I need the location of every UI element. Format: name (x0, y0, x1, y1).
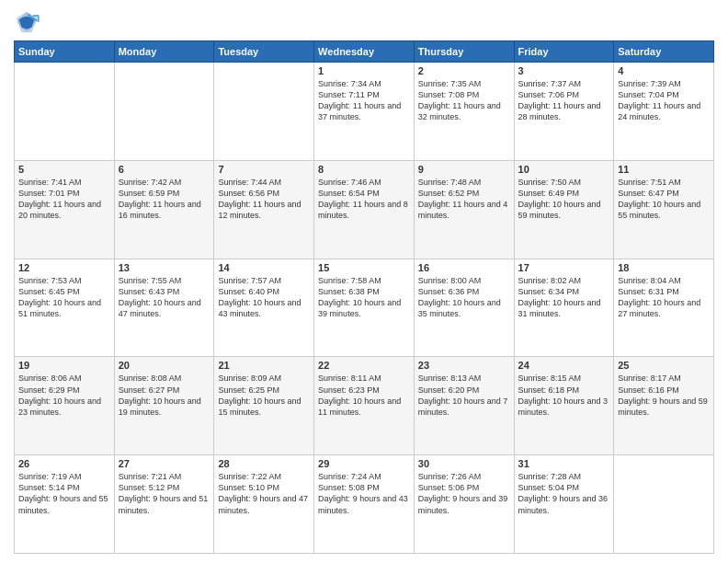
page: SundayMondayTuesdayWednesdayThursdayFrid… (0, 0, 728, 563)
day-info: Sunrise: 7:57 AM Sunset: 6:40 PM Dayligh… (218, 275, 310, 320)
calendar-cell: 4Sunrise: 7:39 AM Sunset: 7:04 PM Daylig… (614, 63, 714, 161)
day-number: 15 (318, 262, 410, 273)
calendar-cell: 5Sunrise: 7:41 AM Sunset: 7:01 PM Daylig… (15, 160, 115, 259)
day-number: 25 (618, 360, 710, 371)
calendar-cell: 9Sunrise: 7:48 AM Sunset: 6:52 PM Daylig… (414, 160, 514, 259)
calendar-cell: 8Sunrise: 7:46 AM Sunset: 6:54 PM Daylig… (314, 160, 415, 259)
calendar-cell: 12Sunrise: 7:53 AM Sunset: 6:45 PM Dayli… (15, 259, 115, 357)
calendar-cell (614, 455, 714, 554)
weekday-header-friday: Friday (514, 41, 614, 63)
day-info: Sunrise: 8:13 AM Sunset: 6:20 PM Dayligh… (418, 373, 510, 418)
calendar-week-row: 12Sunrise: 7:53 AM Sunset: 6:45 PM Dayli… (15, 259, 714, 357)
logo (14, 9, 43, 35)
day-number: 30 (418, 458, 510, 469)
day-info: Sunrise: 8:17 AM Sunset: 6:16 PM Dayligh… (618, 373, 710, 418)
day-info: Sunrise: 7:28 AM Sunset: 5:04 PM Dayligh… (518, 471, 610, 516)
calendar-cell: 22Sunrise: 8:11 AM Sunset: 6:23 PM Dayli… (314, 357, 415, 455)
calendar-cell: 19Sunrise: 8:06 AM Sunset: 6:29 PM Dayli… (15, 357, 115, 455)
day-number: 20 (119, 360, 210, 371)
day-number: 14 (218, 262, 310, 273)
day-info: Sunrise: 8:00 AM Sunset: 6:36 PM Dayligh… (418, 275, 510, 320)
weekday-header-saturday: Saturday (614, 41, 714, 63)
day-info: Sunrise: 7:46 AM Sunset: 6:54 PM Dayligh… (318, 177, 410, 222)
calendar-cell: 24Sunrise: 8:15 AM Sunset: 6:18 PM Dayli… (514, 357, 614, 455)
weekday-header-wednesday: Wednesday (314, 41, 415, 63)
logo-icon (14, 9, 40, 35)
day-number: 13 (119, 262, 210, 273)
day-number: 12 (18, 262, 110, 273)
day-number: 10 (518, 164, 610, 175)
day-info: Sunrise: 7:48 AM Sunset: 6:52 PM Dayligh… (418, 177, 510, 222)
calendar-cell: 20Sunrise: 8:08 AM Sunset: 6:27 PM Dayli… (114, 357, 214, 455)
weekday-header-sunday: Sunday (15, 41, 115, 63)
weekday-header-monday: Monday (114, 41, 214, 63)
calendar-cell: 21Sunrise: 8:09 AM Sunset: 6:25 PM Dayli… (214, 357, 314, 455)
day-info: Sunrise: 7:24 AM Sunset: 5:08 PM Dayligh… (318, 471, 410, 516)
calendar-cell: 6Sunrise: 7:42 AM Sunset: 6:59 PM Daylig… (114, 160, 214, 259)
day-info: Sunrise: 8:11 AM Sunset: 6:23 PM Dayligh… (318, 373, 410, 418)
weekday-header-row: SundayMondayTuesdayWednesdayThursdayFrid… (15, 41, 714, 63)
weekday-header-tuesday: Tuesday (214, 41, 314, 63)
calendar-week-row: 5Sunrise: 7:41 AM Sunset: 7:01 PM Daylig… (15, 160, 714, 259)
calendar-cell: 26Sunrise: 7:19 AM Sunset: 5:14 PM Dayli… (15, 455, 115, 554)
day-number: 26 (18, 458, 110, 469)
calendar-cell: 30Sunrise: 7:26 AM Sunset: 5:06 PM Dayli… (414, 455, 514, 554)
calendar-cell: 2Sunrise: 7:35 AM Sunset: 7:08 PM Daylig… (414, 63, 514, 161)
calendar-cell: 23Sunrise: 8:13 AM Sunset: 6:20 PM Dayli… (414, 357, 514, 455)
calendar-cell: 1Sunrise: 7:34 AM Sunset: 7:11 PM Daylig… (314, 63, 415, 161)
calendar-cell: 16Sunrise: 8:00 AM Sunset: 6:36 PM Dayli… (414, 259, 514, 357)
day-number: 4 (618, 65, 710, 76)
day-number: 23 (418, 360, 510, 371)
calendar-cell: 28Sunrise: 7:22 AM Sunset: 5:10 PM Dayli… (214, 455, 314, 554)
day-info: Sunrise: 8:02 AM Sunset: 6:34 PM Dayligh… (518, 275, 610, 320)
day-info: Sunrise: 8:06 AM Sunset: 6:29 PM Dayligh… (18, 373, 110, 418)
calendar-cell: 3Sunrise: 7:37 AM Sunset: 7:06 PM Daylig… (514, 63, 614, 161)
calendar-table: SundayMondayTuesdayWednesdayThursdayFrid… (14, 40, 714, 554)
day-info: Sunrise: 7:35 AM Sunset: 7:08 PM Dayligh… (418, 78, 510, 123)
day-number: 11 (618, 164, 710, 175)
day-number: 7 (218, 164, 310, 175)
day-info: Sunrise: 7:55 AM Sunset: 6:43 PM Dayligh… (119, 275, 210, 320)
day-info: Sunrise: 7:42 AM Sunset: 6:59 PM Dayligh… (119, 177, 210, 222)
day-info: Sunrise: 8:15 AM Sunset: 6:18 PM Dayligh… (518, 373, 610, 418)
calendar-cell: 15Sunrise: 7:58 AM Sunset: 6:38 PM Dayli… (314, 259, 415, 357)
day-info: Sunrise: 7:26 AM Sunset: 5:06 PM Dayligh… (418, 471, 510, 516)
day-number: 2 (418, 65, 510, 76)
day-info: Sunrise: 8:04 AM Sunset: 6:31 PM Dayligh… (618, 275, 710, 320)
calendar-cell: 31Sunrise: 7:28 AM Sunset: 5:04 PM Dayli… (514, 455, 614, 554)
calendar-cell: 17Sunrise: 8:02 AM Sunset: 6:34 PM Dayli… (514, 259, 614, 357)
day-info: Sunrise: 7:39 AM Sunset: 7:04 PM Dayligh… (618, 78, 710, 123)
day-number: 3 (518, 65, 610, 76)
day-number: 31 (518, 458, 610, 469)
day-number: 8 (318, 164, 410, 175)
day-number: 22 (318, 360, 410, 371)
calendar-week-row: 26Sunrise: 7:19 AM Sunset: 5:14 PM Dayli… (15, 455, 714, 554)
day-info: Sunrise: 7:34 AM Sunset: 7:11 PM Dayligh… (318, 78, 410, 123)
day-number: 18 (618, 262, 710, 273)
day-number: 17 (518, 262, 610, 273)
weekday-header-thursday: Thursday (414, 41, 514, 63)
calendar-week-row: 19Sunrise: 8:06 AM Sunset: 6:29 PM Dayli… (15, 357, 714, 455)
day-info: Sunrise: 7:37 AM Sunset: 7:06 PM Dayligh… (518, 78, 610, 123)
calendar-cell (114, 63, 214, 161)
calendar-cell: 13Sunrise: 7:55 AM Sunset: 6:43 PM Dayli… (114, 259, 214, 357)
day-info: Sunrise: 8:09 AM Sunset: 6:25 PM Dayligh… (218, 373, 310, 418)
day-number: 6 (119, 164, 210, 175)
day-info: Sunrise: 7:51 AM Sunset: 6:47 PM Dayligh… (618, 177, 710, 222)
calendar-cell: 18Sunrise: 8:04 AM Sunset: 6:31 PM Dayli… (614, 259, 714, 357)
day-info: Sunrise: 7:53 AM Sunset: 6:45 PM Dayligh… (18, 275, 110, 320)
day-info: Sunrise: 7:44 AM Sunset: 6:56 PM Dayligh… (218, 177, 310, 222)
day-number: 21 (218, 360, 310, 371)
day-number: 27 (119, 458, 210, 469)
header (14, 9, 714, 35)
calendar-cell: 29Sunrise: 7:24 AM Sunset: 5:08 PM Dayli… (314, 455, 415, 554)
calendar-week-row: 1Sunrise: 7:34 AM Sunset: 7:11 PM Daylig… (15, 63, 714, 161)
day-info: Sunrise: 7:50 AM Sunset: 6:49 PM Dayligh… (518, 177, 610, 222)
day-number: 16 (418, 262, 510, 273)
calendar-cell: 27Sunrise: 7:21 AM Sunset: 5:12 PM Dayli… (114, 455, 214, 554)
day-info: Sunrise: 7:41 AM Sunset: 7:01 PM Dayligh… (18, 177, 110, 222)
calendar-cell (15, 63, 115, 161)
calendar-cell: 10Sunrise: 7:50 AM Sunset: 6:49 PM Dayli… (514, 160, 614, 259)
calendar-cell: 14Sunrise: 7:57 AM Sunset: 6:40 PM Dayli… (214, 259, 314, 357)
day-info: Sunrise: 7:58 AM Sunset: 6:38 PM Dayligh… (318, 275, 410, 320)
